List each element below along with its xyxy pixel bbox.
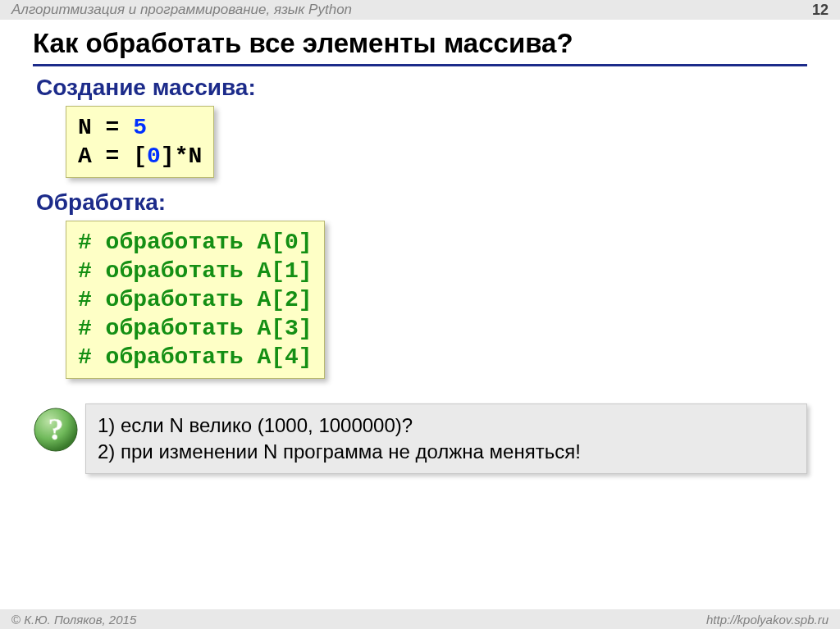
code-comment: # обработать A[2] — [78, 287, 313, 312]
section-process: Обработка: — [36, 189, 807, 216]
section-create-array-label: Создание массива — [36, 75, 248, 100]
code-comment: # обработать A[0] — [78, 230, 313, 255]
question-block: ? 1) если N велико (1000, 1000000)? 2) п… — [33, 403, 807, 474]
footer-copyright: © К.Ю. Поляков, 2015 — [11, 613, 136, 627]
code-create-array: N = 5 A = [0]*N — [66, 106, 214, 178]
code-text: A — [78, 144, 92, 169]
footer-bar: © К.Ю. Поляков, 2015 http://kpolyakov.sp… — [0, 609, 840, 629]
footer-copyright-text: К.Ю. Поляков, 2015 — [21, 613, 136, 627]
code-number: 5 — [133, 115, 147, 140]
code-number: 0 — [147, 144, 161, 169]
code-comment: # обработать A[4] — [78, 344, 313, 370]
code-text: = — [92, 115, 133, 140]
code-text: ]*N — [161, 144, 202, 169]
header-bar: Алгоритмизация и программирование, язык … — [0, 0, 840, 20]
code-comment: # обработать A[1] — [78, 258, 313, 284]
page-title: Как обработать все элементы массива? — [33, 28, 807, 59]
section-process-label: Обработка — [36, 189, 158, 215]
code-comment: # обработать A[3] — [78, 316, 313, 341]
question-line-2: 2) при изменении N программа не должна м… — [98, 440, 795, 463]
code-text: N — [78, 115, 92, 140]
code-process-array: # обработать A[0] # обработать A[1] # об… — [66, 221, 325, 379]
footer-url: http://kpolyakov.spb.ru — [706, 613, 829, 627]
question-line-1: 1) если N велико (1000, 1000000)? — [98, 414, 795, 437]
section-create-array: Создание массива: — [36, 75, 807, 101]
title-divider — [33, 64, 807, 66]
breadcrumb: Алгоритмизация и программирование, язык … — [11, 2, 352, 18]
code-text: = [ — [92, 144, 147, 169]
page-number: 12 — [812, 2, 829, 19]
svg-text:?: ? — [48, 412, 64, 446]
question-box: 1) если N велико (1000, 1000000)? 2) при… — [85, 403, 807, 474]
question-icon: ? — [33, 407, 79, 453]
